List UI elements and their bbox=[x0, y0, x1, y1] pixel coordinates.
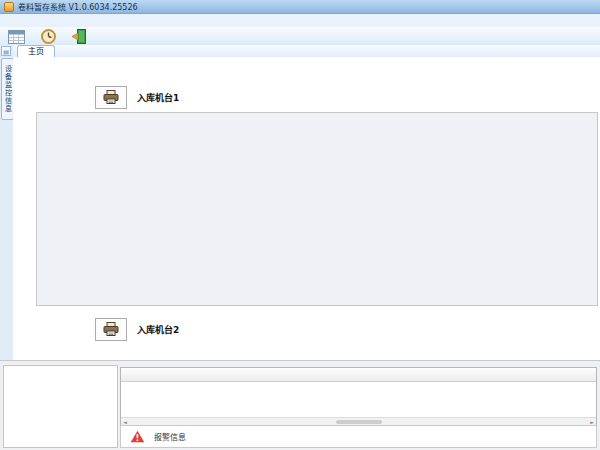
calendar-icon[interactable] bbox=[6, 28, 26, 44]
clock-icon[interactable] bbox=[38, 28, 58, 44]
machine-cards-list bbox=[3, 365, 118, 448]
svg-text:!: ! bbox=[136, 433, 140, 443]
records-table: ◄ ► bbox=[120, 367, 597, 426]
dock-pin-icon[interactable]: ▤ bbox=[1, 46, 11, 56]
app-window: 卷料暂存系统 V1.0.6034.25526 bbox=[0, 0, 600, 450]
alarm-panel: ! 报警信息 bbox=[120, 425, 597, 448]
menu-bar bbox=[0, 14, 600, 27]
side-panel-label: 设备监控信息 bbox=[3, 65, 13, 113]
scroll-right-icon[interactable]: ► bbox=[590, 419, 594, 425]
main-area: 入库机台1 入库机台2 bbox=[13, 83, 600, 360]
station2-header: 入库机台2 bbox=[30, 317, 597, 341]
exit-door-icon[interactable] bbox=[70, 28, 90, 44]
scrollbar-thumb[interactable] bbox=[336, 420, 382, 424]
reel-grid-panel bbox=[36, 112, 598, 306]
station1-header: 入库机台1 bbox=[30, 85, 597, 109]
alarm-label: 报警信息 bbox=[154, 431, 186, 442]
app-icon bbox=[4, 2, 14, 12]
station2-label: 入库机台2 bbox=[137, 323, 179, 336]
bottom-panel: ◄ ► ! 报警信息 bbox=[0, 360, 600, 450]
horizontal-scrollbar[interactable]: ◄ ► bbox=[121, 417, 596, 425]
print-button-station2[interactable] bbox=[95, 318, 127, 341]
tab-home[interactable]: 主页 bbox=[17, 45, 55, 57]
print-button-station1[interactable] bbox=[95, 86, 127, 109]
status-band bbox=[13, 57, 600, 83]
warning-triangle-icon: ! bbox=[130, 430, 145, 443]
title-bar: 卷料暂存系统 V1.0.6034.25526 bbox=[0, 0, 600, 14]
table-header-row bbox=[121, 368, 596, 382]
window-title: 卷料暂存系统 V1.0.6034.25526 bbox=[18, 1, 138, 12]
toolbar bbox=[0, 27, 600, 46]
scroll-left-icon[interactable]: ◄ bbox=[123, 419, 127, 425]
station1-label: 入库机台1 bbox=[137, 91, 179, 104]
